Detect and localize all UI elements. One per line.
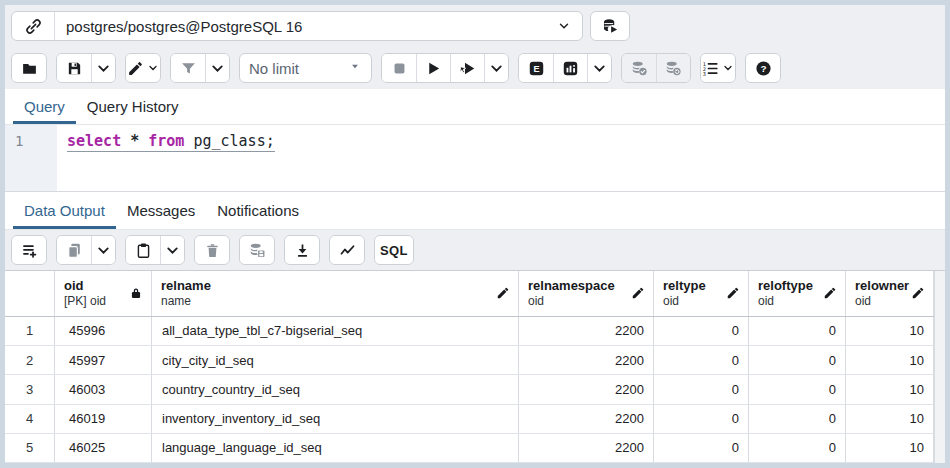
add-row-button[interactable]	[12, 236, 46, 264]
grid-cell-relname[interactable]: language_language_id_seq	[152, 434, 519, 463]
lock-icon	[129, 286, 151, 300]
column-header-oid[interactable]: oid[PK] oid	[55, 271, 152, 316]
cancel-query-button[interactable]	[382, 54, 416, 82]
query-editor[interactable]: 1 select * from pg_class;	[5, 125, 945, 191]
db-rollback-icon	[665, 60, 682, 77]
new-connection-button[interactable]	[590, 11, 630, 41]
macros-button[interactable]: 123	[701, 54, 735, 82]
grid-cell-relname[interactable]: country_country_id_seq	[152, 375, 519, 404]
row-number-cell[interactable]: 3	[5, 375, 55, 404]
column-header-relname[interactable]: relnamename	[152, 271, 519, 316]
row-limit-select[interactable]: No limit	[239, 53, 372, 83]
edit-pencil-icon	[631, 286, 653, 300]
grid-cell-reloftype[interactable]: 0	[749, 434, 846, 463]
save-file-button[interactable]	[57, 54, 91, 82]
execute-query-button[interactable]	[416, 54, 450, 82]
paste-button[interactable]	[126, 236, 160, 264]
explain-e-icon: E	[528, 60, 545, 77]
execute-from-cursor-button[interactable]	[450, 54, 484, 82]
connection-select[interactable]: postgres/postgres@PostgreSQL 16	[11, 11, 583, 41]
editor-code-area[interactable]: select * from pg_class;	[57, 125, 275, 191]
grid-cell-reloftype[interactable]: 0	[749, 375, 846, 404]
grid-header-row: oid[PK] oidrelnamenamerelnamespaceoidrel…	[5, 271, 934, 317]
grid-cell-oid[interactable]: 45997	[55, 346, 152, 375]
grid-cell-relowner[interactable]: 10	[846, 346, 934, 375]
tab-messages[interactable]: Messages	[116, 192, 206, 229]
row-number-cell[interactable]: 5	[5, 434, 55, 463]
chevron-down-icon	[164, 242, 181, 259]
save-options-button[interactable]	[91, 54, 115, 82]
grid-cell-relnamespace[interactable]: 2200	[519, 375, 654, 404]
query-toolbar: No limitE123?	[5, 47, 945, 89]
column-header-reloftype[interactable]: reloftypeoid	[749, 271, 846, 316]
grid-cell-relname[interactable]: all_data_type_tbl_c7-bigserial_seq	[152, 317, 519, 346]
help-button[interactable]: ?	[746, 54, 780, 82]
grid-cell-reltype[interactable]: 0	[654, 434, 749, 463]
grid-cell-reloftype[interactable]: 0	[749, 317, 846, 346]
grid-cell-reloftype[interactable]: 0	[749, 405, 846, 434]
commit-button[interactable]	[622, 54, 656, 82]
table-row: 145996all_data_type_tbl_c7-bigserial_seq…	[5, 317, 934, 346]
grid-cell-reltype[interactable]: 0	[654, 375, 749, 404]
grid-cell-reltype[interactable]: 0	[654, 346, 749, 375]
select-all-cell[interactable]	[5, 271, 55, 316]
rollback-button[interactable]	[656, 54, 690, 82]
database-new-connection-icon	[601, 17, 619, 35]
button-group	[56, 53, 116, 83]
grid-cell-relname[interactable]: inventory_inventory_id_seq	[152, 405, 519, 434]
grid-cell-oid[interactable]: 46003	[55, 375, 152, 404]
connection-status-icon	[12, 12, 55, 40]
download-results-button[interactable]	[285, 236, 319, 264]
editor-line-number: 1	[5, 125, 57, 191]
grid-cell-oid[interactable]: 46025	[55, 434, 152, 463]
row-number-cell[interactable]: 4	[5, 405, 55, 434]
grid-cell-relowner[interactable]: 10	[846, 434, 934, 463]
row-number-cell[interactable]: 2	[5, 346, 55, 375]
explain-button[interactable]: E	[519, 54, 553, 82]
grid-cell-relnamespace[interactable]: 2200	[519, 434, 654, 463]
copy-button[interactable]	[57, 236, 91, 264]
grid-cell-oid[interactable]: 45996	[55, 317, 152, 346]
edit-pencil-icon	[726, 286, 748, 300]
grid-cell-reltype[interactable]: 0	[654, 405, 749, 434]
open-file-button[interactable]	[12, 54, 46, 82]
pgadmin-query-tool-window: postgres/postgres@PostgreSQL 16 No limit…	[0, 0, 950, 468]
column-header-relowner[interactable]: relowneroid	[846, 271, 934, 316]
edit-button[interactable]	[126, 54, 160, 82]
grid-cell-relowner[interactable]: 10	[846, 375, 934, 404]
tab-notifications[interactable]: Notifications	[206, 192, 310, 229]
vertical-scrollbar[interactable]	[934, 271, 945, 463]
paste-options-button[interactable]	[160, 236, 184, 264]
table-row: 446019inventory_inventory_id_seq22000010	[5, 405, 934, 434]
sql-statement: select * from pg_class;	[67, 132, 275, 152]
grid-cell-relnamespace[interactable]: 2200	[519, 405, 654, 434]
button-group	[381, 53, 509, 83]
column-header-reltype[interactable]: reltypeoid	[654, 271, 749, 316]
execute-options-button[interactable]	[484, 54, 508, 82]
delete-row-button[interactable]	[195, 236, 229, 264]
filter-options-button[interactable]	[205, 54, 229, 82]
grid-cell-reltype[interactable]: 0	[654, 317, 749, 346]
trash-icon	[204, 242, 221, 259]
add-row-icon	[21, 242, 38, 259]
save-data-changes-button[interactable]	[240, 236, 274, 264]
explain-options-button[interactable]	[587, 54, 611, 82]
sql-filter-button[interactable]: SQL	[375, 236, 413, 264]
grid-cell-relnamespace[interactable]: 2200	[519, 317, 654, 346]
grid-cell-relowner[interactable]: 10	[846, 405, 934, 434]
tab-data-output[interactable]: Data Output	[13, 192, 116, 229]
copy-options-button[interactable]	[91, 236, 115, 264]
row-number-cell[interactable]: 1	[5, 317, 55, 346]
explain-analyze-button[interactable]	[553, 54, 587, 82]
help-icon: ?	[755, 60, 772, 77]
column-header-relnamespace[interactable]: relnamespaceoid	[519, 271, 654, 316]
graph-visualiser-button[interactable]	[330, 236, 364, 264]
grid-cell-relname[interactable]: city_city_id_seq	[152, 346, 519, 375]
tab-query-history[interactable]: Query History	[76, 89, 190, 124]
grid-cell-relnamespace[interactable]: 2200	[519, 346, 654, 375]
grid-cell-reloftype[interactable]: 0	[749, 346, 846, 375]
tab-query[interactable]: Query	[13, 89, 76, 124]
filter-button[interactable]	[171, 54, 205, 82]
grid-cell-oid[interactable]: 46019	[55, 405, 152, 434]
grid-cell-relowner[interactable]: 10	[846, 317, 934, 346]
